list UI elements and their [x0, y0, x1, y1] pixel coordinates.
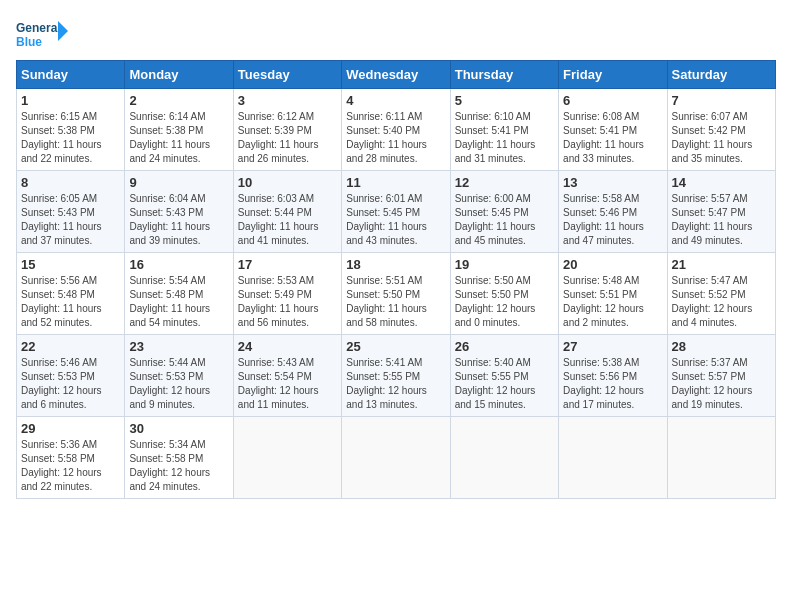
day-info: Sunrise: 5:37 AMSunset: 5:57 PMDaylight:… [672, 357, 753, 410]
calendar-cell [450, 417, 558, 499]
day-info: Sunrise: 5:56 AMSunset: 5:48 PMDaylight:… [21, 275, 102, 328]
calendar-cell: 7 Sunrise: 6:07 AMSunset: 5:42 PMDayligh… [667, 89, 775, 171]
calendar-header-row: SundayMondayTuesdayWednesdayThursdayFrid… [17, 61, 776, 89]
calendar-cell: 19 Sunrise: 5:50 AMSunset: 5:50 PMDaylig… [450, 253, 558, 335]
calendar-cell: 23 Sunrise: 5:44 AMSunset: 5:53 PMDaylig… [125, 335, 233, 417]
calendar-week-row: 1 Sunrise: 6:15 AMSunset: 5:38 PMDayligh… [17, 89, 776, 171]
calendar-cell: 4 Sunrise: 6:11 AMSunset: 5:40 PMDayligh… [342, 89, 450, 171]
day-info: Sunrise: 5:43 AMSunset: 5:54 PMDaylight:… [238, 357, 319, 410]
calendar-cell: 3 Sunrise: 6:12 AMSunset: 5:39 PMDayligh… [233, 89, 341, 171]
calendar-cell: 1 Sunrise: 6:15 AMSunset: 5:38 PMDayligh… [17, 89, 125, 171]
day-info: Sunrise: 5:36 AMSunset: 5:58 PMDaylight:… [21, 439, 102, 492]
day-number: 4 [346, 93, 445, 108]
day-number: 14 [672, 175, 771, 190]
calendar-cell: 15 Sunrise: 5:56 AMSunset: 5:48 PMDaylig… [17, 253, 125, 335]
calendar-table: SundayMondayTuesdayWednesdayThursdayFrid… [16, 60, 776, 499]
calendar-cell [667, 417, 775, 499]
day-number: 29 [21, 421, 120, 436]
calendar-cell: 11 Sunrise: 6:01 AMSunset: 5:45 PMDaylig… [342, 171, 450, 253]
calendar-cell: 18 Sunrise: 5:51 AMSunset: 5:50 PMDaylig… [342, 253, 450, 335]
calendar-week-row: 22 Sunrise: 5:46 AMSunset: 5:53 PMDaylig… [17, 335, 776, 417]
logo-svg: General Blue [16, 16, 68, 56]
day-number: 12 [455, 175, 554, 190]
svg-marker-2 [58, 21, 68, 41]
day-number: 18 [346, 257, 445, 272]
day-number: 8 [21, 175, 120, 190]
day-info: Sunrise: 5:57 AMSunset: 5:47 PMDaylight:… [672, 193, 753, 246]
day-number: 2 [129, 93, 228, 108]
day-info: Sunrise: 6:05 AMSunset: 5:43 PMDaylight:… [21, 193, 102, 246]
day-info: Sunrise: 6:12 AMSunset: 5:39 PMDaylight:… [238, 111, 319, 164]
day-number: 30 [129, 421, 228, 436]
calendar-cell: 17 Sunrise: 5:53 AMSunset: 5:49 PMDaylig… [233, 253, 341, 335]
calendar-cell: 14 Sunrise: 5:57 AMSunset: 5:47 PMDaylig… [667, 171, 775, 253]
day-number: 13 [563, 175, 662, 190]
day-number: 21 [672, 257, 771, 272]
day-number: 15 [21, 257, 120, 272]
day-info: Sunrise: 6:08 AMSunset: 5:41 PMDaylight:… [563, 111, 644, 164]
day-info: Sunrise: 5:48 AMSunset: 5:51 PMDaylight:… [563, 275, 644, 328]
day-info: Sunrise: 6:07 AMSunset: 5:42 PMDaylight:… [672, 111, 753, 164]
calendar-cell [559, 417, 667, 499]
day-number: 26 [455, 339, 554, 354]
day-info: Sunrise: 6:03 AMSunset: 5:44 PMDaylight:… [238, 193, 319, 246]
header-wednesday: Wednesday [342, 61, 450, 89]
calendar-cell: 13 Sunrise: 5:58 AMSunset: 5:46 PMDaylig… [559, 171, 667, 253]
day-number: 20 [563, 257, 662, 272]
day-info: Sunrise: 6:15 AMSunset: 5:38 PMDaylight:… [21, 111, 102, 164]
calendar-cell: 12 Sunrise: 6:00 AMSunset: 5:45 PMDaylig… [450, 171, 558, 253]
header-saturday: Saturday [667, 61, 775, 89]
day-number: 27 [563, 339, 662, 354]
calendar-week-row: 15 Sunrise: 5:56 AMSunset: 5:48 PMDaylig… [17, 253, 776, 335]
day-info: Sunrise: 6:01 AMSunset: 5:45 PMDaylight:… [346, 193, 427, 246]
day-info: Sunrise: 5:53 AMSunset: 5:49 PMDaylight:… [238, 275, 319, 328]
calendar-cell: 6 Sunrise: 6:08 AMSunset: 5:41 PMDayligh… [559, 89, 667, 171]
header-monday: Monday [125, 61, 233, 89]
day-number: 28 [672, 339, 771, 354]
day-info: Sunrise: 5:47 AMSunset: 5:52 PMDaylight:… [672, 275, 753, 328]
day-info: Sunrise: 5:51 AMSunset: 5:50 PMDaylight:… [346, 275, 427, 328]
day-number: 1 [21, 93, 120, 108]
day-info: Sunrise: 5:54 AMSunset: 5:48 PMDaylight:… [129, 275, 210, 328]
day-info: Sunrise: 6:04 AMSunset: 5:43 PMDaylight:… [129, 193, 210, 246]
day-number: 10 [238, 175, 337, 190]
page-header: General Blue [16, 16, 776, 56]
calendar-week-row: 8 Sunrise: 6:05 AMSunset: 5:43 PMDayligh… [17, 171, 776, 253]
day-info: Sunrise: 5:38 AMSunset: 5:56 PMDaylight:… [563, 357, 644, 410]
calendar-cell [342, 417, 450, 499]
day-info: Sunrise: 6:11 AMSunset: 5:40 PMDaylight:… [346, 111, 427, 164]
calendar-cell: 30 Sunrise: 5:34 AMSunset: 5:58 PMDaylig… [125, 417, 233, 499]
day-number: 23 [129, 339, 228, 354]
calendar-cell: 26 Sunrise: 5:40 AMSunset: 5:55 PMDaylig… [450, 335, 558, 417]
calendar-cell: 22 Sunrise: 5:46 AMSunset: 5:53 PMDaylig… [17, 335, 125, 417]
day-info: Sunrise: 6:10 AMSunset: 5:41 PMDaylight:… [455, 111, 536, 164]
day-info: Sunrise: 6:14 AMSunset: 5:38 PMDaylight:… [129, 111, 210, 164]
calendar-cell: 29 Sunrise: 5:36 AMSunset: 5:58 PMDaylig… [17, 417, 125, 499]
day-number: 25 [346, 339, 445, 354]
day-number: 16 [129, 257, 228, 272]
calendar-cell: 9 Sunrise: 6:04 AMSunset: 5:43 PMDayligh… [125, 171, 233, 253]
day-info: Sunrise: 5:34 AMSunset: 5:58 PMDaylight:… [129, 439, 210, 492]
day-number: 7 [672, 93, 771, 108]
calendar-cell: 2 Sunrise: 6:14 AMSunset: 5:38 PMDayligh… [125, 89, 233, 171]
svg-text:Blue: Blue [16, 35, 42, 49]
logo: General Blue [16, 16, 68, 56]
day-number: 17 [238, 257, 337, 272]
calendar-cell: 8 Sunrise: 6:05 AMSunset: 5:43 PMDayligh… [17, 171, 125, 253]
day-info: Sunrise: 5:58 AMSunset: 5:46 PMDaylight:… [563, 193, 644, 246]
calendar-cell: 5 Sunrise: 6:10 AMSunset: 5:41 PMDayligh… [450, 89, 558, 171]
calendar-cell: 25 Sunrise: 5:41 AMSunset: 5:55 PMDaylig… [342, 335, 450, 417]
day-info: Sunrise: 5:44 AMSunset: 5:53 PMDaylight:… [129, 357, 210, 410]
day-number: 5 [455, 93, 554, 108]
header-thursday: Thursday [450, 61, 558, 89]
day-info: Sunrise: 6:00 AMSunset: 5:45 PMDaylight:… [455, 193, 536, 246]
calendar-cell: 27 Sunrise: 5:38 AMSunset: 5:56 PMDaylig… [559, 335, 667, 417]
calendar-cell: 28 Sunrise: 5:37 AMSunset: 5:57 PMDaylig… [667, 335, 775, 417]
calendar-cell: 20 Sunrise: 5:48 AMSunset: 5:51 PMDaylig… [559, 253, 667, 335]
day-number: 19 [455, 257, 554, 272]
day-info: Sunrise: 5:50 AMSunset: 5:50 PMDaylight:… [455, 275, 536, 328]
svg-text:General: General [16, 21, 61, 35]
day-number: 6 [563, 93, 662, 108]
header-tuesday: Tuesday [233, 61, 341, 89]
day-number: 9 [129, 175, 228, 190]
